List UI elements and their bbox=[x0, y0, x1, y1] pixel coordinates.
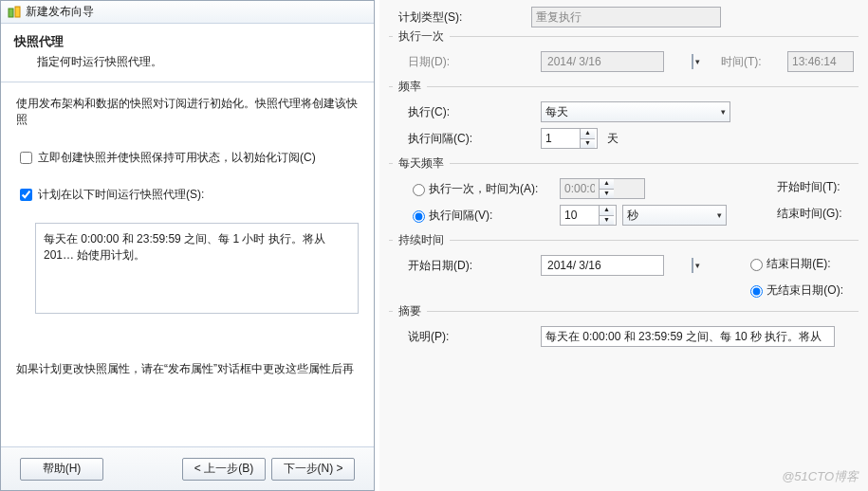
interval-label: 执行间隔(C): bbox=[408, 131, 541, 147]
interval-v-unit-select[interactable]: 秒 ▾ bbox=[622, 205, 727, 226]
once-at-time: ▲▼ bbox=[560, 178, 645, 199]
duration-legend: 持续时间 bbox=[393, 232, 450, 248]
start-time-label: 开始时间(T): bbox=[777, 179, 853, 195]
interval-value[interactable] bbox=[542, 129, 580, 148]
daily-frequency-legend: 每天频率 bbox=[393, 155, 450, 172]
checkbox-create-snapshot-input[interactable] bbox=[20, 152, 32, 164]
checkbox-schedule-input[interactable] bbox=[20, 189, 32, 201]
calendar-icon bbox=[692, 54, 693, 69]
frequency-legend: 频率 bbox=[393, 79, 427, 95]
chevron-down-icon: ▾ bbox=[717, 210, 722, 220]
wizard-window: 新建发布向导 快照代理 指定何时运行快照代理。 使用发布架构和数据的快照对订阅进… bbox=[0, 0, 375, 491]
radio-interval-label: 执行间隔(V): bbox=[429, 208, 492, 224]
once-time-field bbox=[787, 51, 854, 72]
schedule-dialog: 计划类型(S): 执行一次 日期(D): ▾ 时间(T): 频率 执行(C): … bbox=[379, 0, 868, 491]
execute-once-group: 执行一次 日期(D): ▾ 时间(T): bbox=[389, 36, 859, 81]
watermark: @51CTO博客 bbox=[782, 468, 859, 485]
spin-down-icon[interactable]: ▼ bbox=[580, 138, 595, 149]
calendar-icon[interactable] bbox=[692, 258, 693, 273]
radio-once-at-input[interactable] bbox=[413, 184, 425, 196]
interval-v-value[interactable] bbox=[561, 206, 599, 225]
schedule-summary-box: 每天在 0:00:00 和 23:59:59 之间、每 1 小时 执行。将从 2… bbox=[35, 223, 359, 314]
start-date-value[interactable] bbox=[545, 258, 692, 273]
start-date-picker[interactable]: ▾ bbox=[541, 255, 664, 276]
checkbox-schedule[interactable]: 计划在以下时间运行快照代理(S): bbox=[16, 186, 359, 204]
frequency-group: 频率 执行(C): 每天 ▾ 执行间隔(C): ▲▼ 天 bbox=[389, 86, 859, 157]
checkbox-create-snapshot-label: 立即创建快照并使快照保持可用状态，以初始化订阅(C) bbox=[38, 150, 316, 166]
radio-no-end-date[interactable]: 无结束日期(O): bbox=[746, 282, 843, 299]
next-button[interactable]: 下一步(N) > bbox=[271, 458, 355, 481]
wizard-header: 快照代理 指定何时运行快照代理。 bbox=[1, 24, 374, 82]
title-bar: 新建发布向导 bbox=[1, 1, 374, 24]
exec-label: 执行(C): bbox=[408, 104, 541, 120]
end-time-label: 结束时间(G): bbox=[777, 206, 853, 222]
once-date-picker: ▾ bbox=[541, 51, 664, 72]
start-date-label: 开始日期(D): bbox=[408, 258, 541, 274]
back-button[interactable]: < 上一步(B) bbox=[182, 458, 266, 481]
radio-interval[interactable]: 执行间隔(V): bbox=[408, 208, 550, 224]
radio-end-date-label: 结束日期(E): bbox=[766, 256, 830, 272]
checkbox-create-snapshot[interactable]: 立即创建快照并使快照保持可用状态，以初始化订阅(C) bbox=[16, 149, 359, 167]
checkbox-schedule-label: 计划在以下时间运行快照代理(S): bbox=[38, 187, 204, 203]
radio-interval-input[interactable] bbox=[413, 210, 425, 223]
plan-type-row: 计划类型(S): bbox=[379, 4, 868, 30]
wizard-body: 使用发布架构和数据的快照对订阅进行初始化。快照代理将创建该快照 立即创建快照并使… bbox=[1, 82, 374, 443]
radio-no-end-date-input[interactable] bbox=[750, 285, 763, 298]
interval-v-spinner[interactable]: ▲▼ bbox=[560, 205, 617, 226]
once-date-value bbox=[545, 54, 692, 69]
exec-select-value: 每天 bbox=[545, 104, 568, 120]
once-at-time-value bbox=[561, 179, 599, 198]
plan-type-field bbox=[531, 7, 721, 27]
radio-no-end-date-label: 无结束日期(O): bbox=[766, 282, 843, 299]
window-title: 新建发布向导 bbox=[26, 4, 94, 20]
daily-frequency-group: 每天频率 执行一次，时间为(A): ▲▼ 执行间隔(V): ▲▼ 秒 ▾ bbox=[389, 163, 859, 234]
header-title: 快照代理 bbox=[14, 33, 360, 50]
help-button[interactable]: 帮助(H) bbox=[20, 458, 103, 481]
radio-end-date-input[interactable] bbox=[750, 259, 763, 271]
spin-up-icon[interactable]: ▲ bbox=[580, 129, 595, 138]
duration-group: 持续时间 开始日期(D): ▾ 结束日期(E): 无结束日期(O): bbox=[389, 240, 859, 305]
interval-unit: 天 bbox=[607, 131, 619, 147]
interval-v-unit-value: 秒 bbox=[627, 208, 638, 224]
once-date-label: 日期(D): bbox=[408, 54, 541, 70]
header-subtitle: 指定何时运行快照代理。 bbox=[37, 54, 360, 70]
once-time-label: 时间(T): bbox=[721, 54, 787, 70]
radio-end-date[interactable]: 结束日期(E): bbox=[746, 256, 830, 272]
hint-text: 如果计划更改快照属性，请在“发布属性”对话框中更改这些属性后再 bbox=[16, 361, 359, 377]
spin-up-icon[interactable]: ▲ bbox=[599, 206, 614, 215]
summary-group: 摘要 说明(P): 每天在 0:00:00 和 23:59:59 之间、每 10… bbox=[389, 311, 859, 355]
exec-select[interactable]: 每天 ▾ bbox=[541, 101, 730, 122]
radio-once-at[interactable]: 执行一次，时间为(A): bbox=[408, 181, 550, 197]
svg-rect-0 bbox=[9, 9, 13, 17]
plan-type-label: 计划类型(S): bbox=[398, 9, 531, 26]
intro-text: 使用发布架构和数据的快照对订阅进行初始化。快照代理将创建该快照 bbox=[16, 96, 359, 128]
spin-down-icon[interactable]: ▼ bbox=[599, 215, 614, 226]
desc-field: 每天在 0:00:00 和 23:59:59 之间、每 10 秒 执行。将从 bbox=[541, 326, 835, 347]
summary-legend: 摘要 bbox=[393, 303, 427, 319]
chevron-down-icon: ▾ bbox=[721, 107, 726, 117]
desc-label: 说明(P): bbox=[408, 329, 541, 345]
radio-once-at-label: 执行一次，时间为(A): bbox=[429, 181, 538, 197]
execute-once-legend: 执行一次 bbox=[393, 28, 450, 45]
interval-spinner[interactable]: ▲▼ bbox=[541, 128, 598, 149]
wizard-icon bbox=[7, 5, 22, 20]
button-bar: 帮助(H) < 上一步(B) 下一步(N) > bbox=[1, 446, 374, 490]
svg-rect-1 bbox=[15, 7, 20, 17]
